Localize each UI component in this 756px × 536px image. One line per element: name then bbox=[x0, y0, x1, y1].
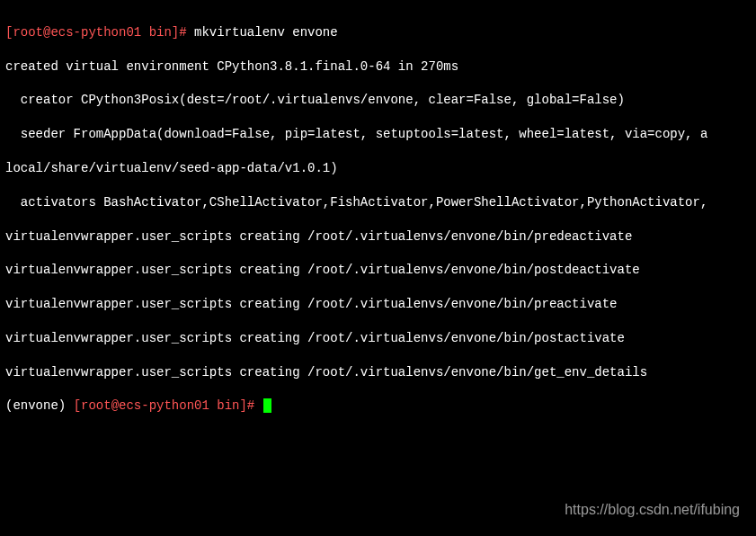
output-line: virtualenvwrapper.user_scripts creating … bbox=[5, 364, 751, 381]
shell-prompt: [root@ecs-python01 bin]# bbox=[74, 398, 262, 413]
output-line: local/share/virtualenv/seed-app-data/v1.… bbox=[5, 160, 751, 177]
output-line: creator CPython3Posix(dest=/root/.virtua… bbox=[5, 92, 751, 109]
command-text: mkvirtualenv envone bbox=[194, 25, 338, 40]
output-line: activators BashActivator,CShellActivator… bbox=[5, 194, 751, 211]
output-line: virtualenvwrapper.user_scripts creating … bbox=[5, 228, 751, 246]
cursor-icon bbox=[263, 398, 271, 413]
output-line: virtualenvwrapper.user_scripts creating … bbox=[5, 262, 751, 279]
output-line: seeder FromAppData(download=False, pip=l… bbox=[5, 126, 751, 143]
venv-indicator: (envone) bbox=[5, 398, 74, 413]
shell-prompt: [root@ecs-python01 bin]# bbox=[5, 25, 194, 40]
terminal-output[interactable]: [root@ecs-python01 bin]# mkvirtualenv en… bbox=[5, 7, 751, 432]
output-line: virtualenvwrapper.user_scripts creating … bbox=[5, 296, 751, 313]
output-line: created virtual environment CPython3.8.1… bbox=[5, 58, 751, 76]
watermark-text: https://blog.csdn.net/ifubing bbox=[565, 500, 740, 520]
output-line: virtualenvwrapper.user_scripts creating … bbox=[5, 330, 751, 347]
